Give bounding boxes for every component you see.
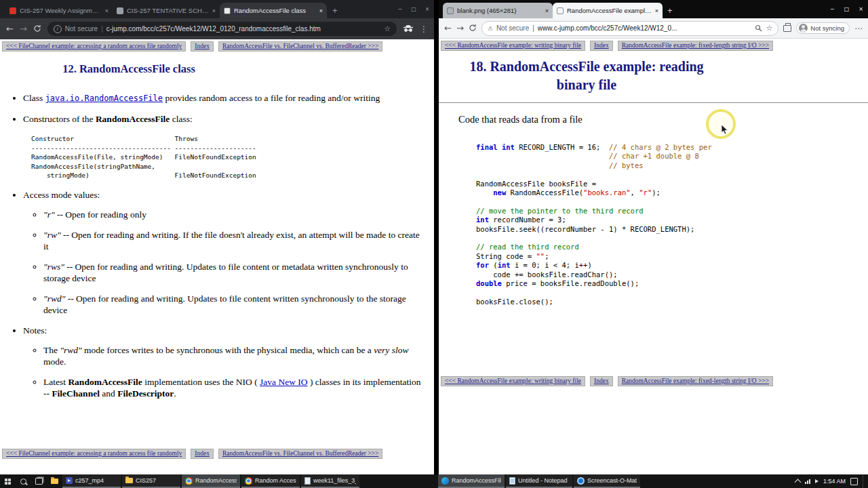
tab-close-icon[interactable]: × — [545, 7, 549, 14]
browser-menu-icon[interactable]: ⋯ — [854, 24, 863, 33]
intro-text: Code that reads data from a file — [458, 114, 868, 125]
collections-icon[interactable] — [783, 25, 791, 32]
tab-randomaccessfile-class[interactable]: RandomAccessFile class × — [220, 3, 327, 18]
profile-button[interactable]: Not syncing — [796, 22, 850, 34]
back-icon[interactable]: ← — [444, 24, 452, 33]
maximize-icon[interactable]: □ — [840, 0, 854, 18]
refresh-icon[interactable] — [469, 24, 477, 33]
tab-close-icon[interactable]: × — [655, 7, 658, 14]
tab-title: blank.png (465×281) — [457, 7, 542, 14]
nav-index-link[interactable]: Index — [590, 41, 613, 51]
nav-next-link[interactable]: RandomAccessFile example: fixed-length s… — [618, 376, 773, 386]
forward-icon[interactable]: → — [456, 24, 464, 33]
nav-next-link[interactable]: RandomAccessFile vs. FileChannel vs. Buf… — [218, 449, 382, 459]
close-icon[interactable]: × — [854, 0, 868, 18]
minimize-icon[interactable]: ─ — [825, 0, 840, 18]
url-text: c-jump.com/bcc/c257c/Week12/W12_0120_ran… — [106, 25, 380, 33]
page-nav-top: <<< FileChannel example: accessing a ran… — [2, 41, 432, 52]
forward-icon[interactable]: → — [20, 24, 27, 33]
page-title: 18. RandomAccessFile example: reading bi… — [451, 58, 722, 94]
minimize-icon[interactable]: ─ — [393, 0, 407, 18]
favicon-icon — [224, 7, 231, 14]
tab-cis257-tentative-schedule[interactable]: CIS-257 TENTATIVE SCHEDULE × — [113, 3, 220, 18]
incognito-icon — [403, 23, 414, 35]
info-icon[interactable]: i — [54, 25, 62, 33]
taskbar-app-notepad[interactable]: Untitled - Notepad — [506, 474, 572, 488]
tab-title: CIS-257 Weekly Assignments — [20, 7, 102, 14]
tab-randomaccessfile-example[interactable]: RandomAccessFile example: rea... × — [553, 3, 663, 18]
bookmark-star-icon[interactable]: ☆ — [384, 24, 391, 33]
tab-close-icon[interactable]: × — [212, 7, 216, 14]
notepad-icon — [509, 477, 515, 485]
taskbar-app-randomaccessfile-example[interactable]: RandomAccessFile ex... — [438, 474, 505, 488]
zoom-icon[interactable] — [755, 24, 762, 32]
clock[interactable]: 1:54 AM — [823, 478, 846, 485]
tab-cis257-weekly-assignments[interactable]: CIS-257 Weekly Assignments × — [5, 3, 113, 18]
nav-prev-link[interactable]: <<< FileChannel example: accessing a ran… — [2, 449, 186, 459]
new-tab-icon[interactable]: + — [667, 5, 673, 16]
file-explorer-button[interactable] — [47, 474, 62, 488]
list-item: Notes: The "rwd" mode forces writes to b… — [23, 325, 434, 399]
profile-label: Not syncing — [810, 24, 844, 32]
chevron-up-icon[interactable] — [795, 479, 802, 486]
search-button[interactable] — [16, 474, 31, 488]
window-controls: ─ □ × — [393, 0, 434, 18]
file-icon — [304, 477, 311, 485]
access-modes-list: "r" -- Open for reading only "rw" -- Ope… — [23, 209, 426, 316]
constructor-table: Constructor Throws ---------------------… — [31, 134, 426, 180]
list-item: "rws" -- Open for reading and writing. U… — [43, 261, 426, 284]
taskbar-app-week11-files[interactable]: week11_files_3_rando... — [301, 474, 359, 488]
edge-icon — [441, 477, 449, 485]
tab-blank-png[interactable]: blank.png (465×281) × — [443, 3, 553, 18]
network-icon[interactable] — [805, 479, 810, 484]
list-item: Class java.io.RandomAccessFile provides … — [23, 92, 434, 104]
nav-prev-link[interactable]: <<< RandomAccessFile example: writing bi… — [441, 41, 585, 51]
bookmark-star-icon[interactable]: ☆ — [766, 24, 772, 33]
page-nav-bottom-wrap: <<< FileChannel example: accessing a ran… — [0, 447, 434, 459]
nav-prev-link[interactable]: <<< FileChannel example: accessing a ran… — [2, 41, 186, 52]
maximize-icon[interactable]: □ — [407, 0, 420, 18]
taskbar-app-cis257[interactable]: CIS257 — [122, 474, 180, 488]
refresh-icon[interactable] — [33, 24, 41, 34]
content-list: Class java.io.RandomAccessFile provides … — [0, 92, 434, 399]
mouse-cursor — [721, 124, 728, 138]
taskbar-app-randomaccessfile-class[interactable]: RandomAccessFile cl... — [182, 474, 240, 488]
search-icon — [20, 479, 26, 485]
taskbar-app-c257-mp4[interactable]: c257_mp4 — [62, 474, 121, 488]
chrome-icon — [185, 477, 193, 485]
close-icon[interactable]: × — [420, 0, 434, 18]
page-title: 12. RandomAccessFile class — [0, 62, 258, 76]
browser-menu-icon[interactable]: ⋮ — [420, 24, 428, 34]
code-block: final int RECORD_LENGTH = 16; // 4 chars… — [476, 143, 868, 306]
left-page: <<< FileChannel example: accessing a ran… — [0, 39, 434, 474]
nav-index-link[interactable]: Index — [590, 376, 613, 386]
system-tray: 1:54 AM — [795, 474, 868, 488]
nav-index-link[interactable]: Index — [191, 449, 214, 459]
new-tab-icon[interactable]: + — [332, 5, 338, 16]
taskbar-left-group: c257_mp4 CIS257 RandomAccessFile cl... R… — [0, 474, 361, 488]
address-bar[interactable]: i Not secure | c-jump.com/bcc/c257c/Week… — [47, 22, 397, 36]
divider — [439, 102, 868, 103]
left-monitor: CIS-257 Weekly Assignments × CIS-257 TEN… — [0, 0, 434, 474]
favicon-icon — [447, 7, 454, 14]
list-item: "r" -- Open for reading only — [43, 209, 426, 220]
taskbar-app-random-access-files[interactable]: Random Access Files ... — [241, 474, 300, 488]
back-icon[interactable]: ← — [6, 24, 14, 33]
windows-taskbar: c257_mp4 CIS257 RandomAccessFile cl... R… — [0, 474, 868, 488]
nav-prev-link[interactable]: <<< RandomAccessFile example: writing bi… — [441, 376, 585, 386]
action-center-icon[interactable] — [850, 478, 858, 485]
task-view-button[interactable] — [31, 474, 47, 488]
warning-icon: ⚠ — [488, 25, 493, 32]
tab-title: CIS-257 TENTATIVE SCHEDULE — [127, 7, 209, 14]
tab-close-icon[interactable]: × — [105, 7, 108, 14]
show-desktop-button[interactable] — [863, 474, 866, 488]
volume-icon[interactable] — [815, 479, 818, 483]
address-bar[interactable]: ⚠ Not secure | www.c-jump.com/bcc/c257c/… — [481, 21, 779, 36]
tab-close-icon[interactable]: × — [319, 7, 323, 14]
taskbar-app-screencast-o-matic[interactable]: Screencast-O-Matic... — [574, 474, 640, 488]
nav-index-link[interactable]: Index — [191, 41, 214, 52]
page-nav-bottom-wrap: <<< RandomAccessFile example: writing bi… — [439, 374, 868, 386]
nav-next-link[interactable]: RandomAccessFile vs. FileChannel vs. Buf… — [218, 41, 382, 52]
start-button[interactable] — [0, 474, 16, 488]
nav-next-link[interactable]: RandomAccessFile example: fixed-length s… — [618, 41, 773, 51]
